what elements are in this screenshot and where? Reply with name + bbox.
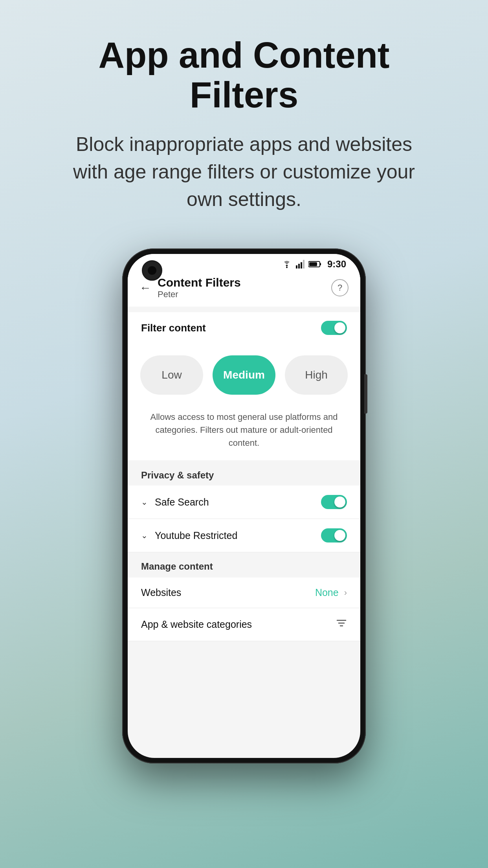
top-bar: ← Content Filters Peter ? [128, 272, 360, 307]
screen-title: Content Filters [158, 276, 331, 289]
filter-content-label: Filter content [141, 322, 206, 334]
websites-label: Websites [141, 587, 181, 598]
filter-content-row: Filter content [128, 312, 360, 344]
svg-rect-4 [303, 260, 305, 268]
status-time: 9:30 [327, 259, 346, 270]
help-button[interactable]: ? [331, 279, 349, 296]
page-description: Block inappropriate apps and websites wi… [59, 131, 429, 213]
filter-high-button[interactable]: High [285, 355, 348, 395]
phone-camera [142, 260, 162, 281]
filter-low-button[interactable]: Low [140, 355, 203, 395]
filter-medium-button[interactable]: Medium [213, 355, 275, 395]
filter-content-toggle[interactable] [321, 321, 347, 335]
chevron-right-icon: › [344, 588, 347, 598]
safe-search-item[interactable]: ⌄ Safe Search [128, 485, 360, 519]
app-categories-item[interactable]: App & website categories [128, 608, 360, 641]
phone-mockup: 9:30 ← Content Filters Peter ? Filter co… [122, 248, 366, 763]
page-heading: App and Content Filters [59, 35, 429, 115]
app-categories-label: App & website categories [141, 619, 252, 630]
svg-rect-3 [301, 262, 302, 268]
youtube-restricted-toggle[interactable] [321, 528, 347, 542]
screen-subtitle: Peter [158, 289, 331, 300]
svg-rect-7 [309, 262, 317, 266]
manage-content-header: Manage content [128, 552, 360, 577]
battery-icon [308, 261, 322, 268]
svg-point-0 [286, 267, 288, 268]
status-bar: 9:30 [128, 254, 360, 272]
youtube-restricted-label: Youtube Restricted [155, 530, 237, 541]
safe-search-toggle[interactable] [321, 495, 347, 509]
youtube-restricted-item[interactable]: ⌄ Youtube Restricted [128, 519, 360, 552]
websites-item[interactable]: Websites None › [128, 577, 360, 608]
svg-rect-1 [296, 265, 297, 268]
websites-value: None [315, 587, 339, 598]
svg-rect-6 [320, 263, 321, 265]
svg-rect-2 [298, 264, 300, 268]
chevron-down-icon: ⌄ [141, 497, 148, 507]
filter-icon [336, 618, 347, 631]
filter-description: Allows access to most general use platfo… [128, 406, 360, 460]
safe-search-label: Safe Search [155, 497, 209, 508]
signal-icon [296, 260, 305, 268]
phone-side-button [364, 374, 367, 414]
chevron-down-icon: ⌄ [141, 531, 148, 540]
help-icon: ? [338, 283, 342, 293]
privacy-safety-header: Privacy & safety [128, 460, 360, 485]
wifi-icon [282, 260, 292, 268]
filter-buttons-section: Low Medium High [128, 344, 360, 406]
back-button[interactable]: ← [139, 281, 151, 294]
